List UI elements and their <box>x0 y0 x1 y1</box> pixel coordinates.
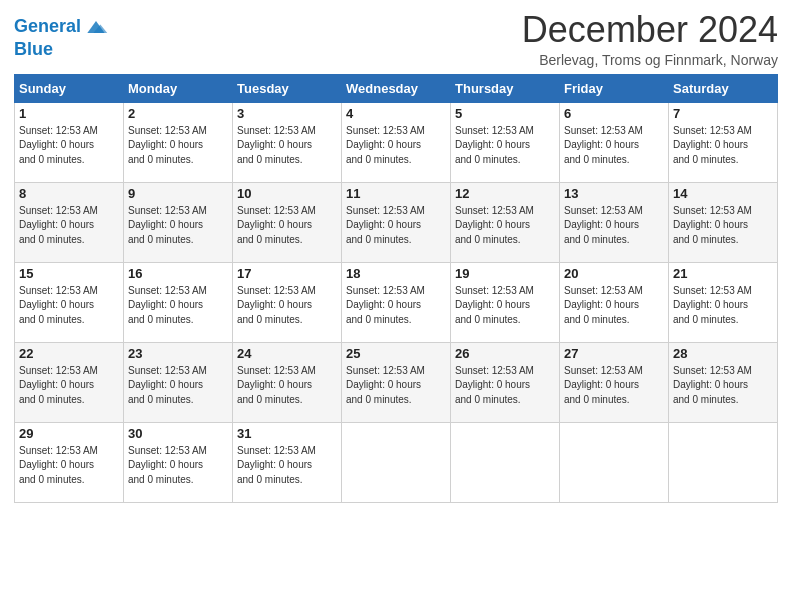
table-row: 4Sunset: 12:53 AMDaylight: 0 hoursand 0 … <box>342 102 451 182</box>
month-title: December 2024 <box>522 10 778 50</box>
day-number: 11 <box>346 186 446 201</box>
day-info: Sunset: 12:53 AMDaylight: 0 hoursand 0 m… <box>19 204 119 248</box>
day-number: 22 <box>19 346 119 361</box>
table-row: 5Sunset: 12:53 AMDaylight: 0 hoursand 0 … <box>451 102 560 182</box>
col-tuesday: Tuesday <box>233 74 342 102</box>
day-info: Sunset: 12:53 AMDaylight: 0 hoursand 0 m… <box>564 284 664 328</box>
day-number: 19 <box>455 266 555 281</box>
day-number: 4 <box>346 106 446 121</box>
col-wednesday: Wednesday <box>342 74 451 102</box>
day-number: 14 <box>673 186 773 201</box>
day-info: Sunset: 12:53 AMDaylight: 0 hoursand 0 m… <box>455 284 555 328</box>
day-number: 2 <box>128 106 228 121</box>
day-number: 6 <box>564 106 664 121</box>
table-row: 3Sunset: 12:53 AMDaylight: 0 hoursand 0 … <box>233 102 342 182</box>
day-info: Sunset: 12:53 AMDaylight: 0 hoursand 0 m… <box>346 124 446 168</box>
day-info: Sunset: 12:53 AMDaylight: 0 hoursand 0 m… <box>237 284 337 328</box>
day-number: 10 <box>237 186 337 201</box>
day-info: Sunset: 12:53 AMDaylight: 0 hoursand 0 m… <box>128 204 228 248</box>
table-row: 17Sunset: 12:53 AMDaylight: 0 hoursand 0… <box>233 262 342 342</box>
day-number: 20 <box>564 266 664 281</box>
day-number: 31 <box>237 426 337 441</box>
day-info: Sunset: 12:53 AMDaylight: 0 hoursand 0 m… <box>19 364 119 408</box>
day-number: 25 <box>346 346 446 361</box>
day-number: 21 <box>673 266 773 281</box>
table-row: 18Sunset: 12:53 AMDaylight: 0 hoursand 0… <box>342 262 451 342</box>
table-row: 30Sunset: 12:53 AMDaylight: 0 hoursand 0… <box>124 422 233 502</box>
day-info: Sunset: 12:53 AMDaylight: 0 hoursand 0 m… <box>455 124 555 168</box>
day-info: Sunset: 12:53 AMDaylight: 0 hoursand 0 m… <box>237 124 337 168</box>
day-info: Sunset: 12:53 AMDaylight: 0 hoursand 0 m… <box>237 364 337 408</box>
day-number: 5 <box>455 106 555 121</box>
day-info: Sunset: 12:53 AMDaylight: 0 hoursand 0 m… <box>673 124 773 168</box>
logo: General Blue <box>14 14 109 60</box>
day-number: 23 <box>128 346 228 361</box>
day-info: Sunset: 12:53 AMDaylight: 0 hoursand 0 m… <box>19 444 119 488</box>
day-info: Sunset: 12:53 AMDaylight: 0 hoursand 0 m… <box>455 204 555 248</box>
day-number: 27 <box>564 346 664 361</box>
table-row <box>451 422 560 502</box>
table-row: 22Sunset: 12:53 AMDaylight: 0 hoursand 0… <box>15 342 124 422</box>
day-info: Sunset: 12:53 AMDaylight: 0 hoursand 0 m… <box>564 364 664 408</box>
day-info: Sunset: 12:53 AMDaylight: 0 hoursand 0 m… <box>564 204 664 248</box>
logo-icon <box>83 14 109 40</box>
day-info: Sunset: 12:53 AMDaylight: 0 hoursand 0 m… <box>19 284 119 328</box>
day-number: 9 <box>128 186 228 201</box>
table-row: 8Sunset: 12:53 AMDaylight: 0 hoursand 0 … <box>15 182 124 262</box>
table-row <box>669 422 778 502</box>
table-row: 2Sunset: 12:53 AMDaylight: 0 hoursand 0 … <box>124 102 233 182</box>
table-row: 10Sunset: 12:53 AMDaylight: 0 hoursand 0… <box>233 182 342 262</box>
table-row: 9Sunset: 12:53 AMDaylight: 0 hoursand 0 … <box>124 182 233 262</box>
day-info: Sunset: 12:53 AMDaylight: 0 hoursand 0 m… <box>128 364 228 408</box>
table-row: 26Sunset: 12:53 AMDaylight: 0 hoursand 0… <box>451 342 560 422</box>
table-row: 24Sunset: 12:53 AMDaylight: 0 hoursand 0… <box>233 342 342 422</box>
day-number: 28 <box>673 346 773 361</box>
header: General Blue December 2024 Berlevag, Tro… <box>14 10 778 68</box>
table-row: 21Sunset: 12:53 AMDaylight: 0 hoursand 0… <box>669 262 778 342</box>
table-row: 27Sunset: 12:53 AMDaylight: 0 hoursand 0… <box>560 342 669 422</box>
day-number: 12 <box>455 186 555 201</box>
day-number: 24 <box>237 346 337 361</box>
day-number: 3 <box>237 106 337 121</box>
header-row: Sunday Monday Tuesday Wednesday Thursday… <box>15 74 778 102</box>
table-row: 13Sunset: 12:53 AMDaylight: 0 hoursand 0… <box>560 182 669 262</box>
day-number: 15 <box>19 266 119 281</box>
table-row: 19Sunset: 12:53 AMDaylight: 0 hoursand 0… <box>451 262 560 342</box>
logo-blue-text: Blue <box>14 40 109 60</box>
location: Berlevag, Troms og Finnmark, Norway <box>522 52 778 68</box>
day-number: 17 <box>237 266 337 281</box>
day-info: Sunset: 12:53 AMDaylight: 0 hoursand 0 m… <box>237 444 337 488</box>
table-row: 25Sunset: 12:53 AMDaylight: 0 hoursand 0… <box>342 342 451 422</box>
day-info: Sunset: 12:53 AMDaylight: 0 hoursand 0 m… <box>346 204 446 248</box>
title-area: December 2024 Berlevag, Troms og Finnmar… <box>522 10 778 68</box>
day-info: Sunset: 12:53 AMDaylight: 0 hoursand 0 m… <box>673 284 773 328</box>
table-row: 28Sunset: 12:53 AMDaylight: 0 hoursand 0… <box>669 342 778 422</box>
table-row: 12Sunset: 12:53 AMDaylight: 0 hoursand 0… <box>451 182 560 262</box>
col-monday: Monday <box>124 74 233 102</box>
day-info: Sunset: 12:53 AMDaylight: 0 hoursand 0 m… <box>128 444 228 488</box>
col-saturday: Saturday <box>669 74 778 102</box>
table-row: 11Sunset: 12:53 AMDaylight: 0 hoursand 0… <box>342 182 451 262</box>
table-row: 1Sunset: 12:53 AMDaylight: 0 hoursand 0 … <box>15 102 124 182</box>
day-info: Sunset: 12:53 AMDaylight: 0 hoursand 0 m… <box>237 204 337 248</box>
day-info: Sunset: 12:53 AMDaylight: 0 hoursand 0 m… <box>346 364 446 408</box>
table-row: 20Sunset: 12:53 AMDaylight: 0 hoursand 0… <box>560 262 669 342</box>
day-number: 29 <box>19 426 119 441</box>
table-row: 7Sunset: 12:53 AMDaylight: 0 hoursand 0 … <box>669 102 778 182</box>
day-number: 8 <box>19 186 119 201</box>
day-number: 18 <box>346 266 446 281</box>
day-info: Sunset: 12:53 AMDaylight: 0 hoursand 0 m… <box>346 284 446 328</box>
day-info: Sunset: 12:53 AMDaylight: 0 hoursand 0 m… <box>673 204 773 248</box>
day-number: 26 <box>455 346 555 361</box>
col-sunday: Sunday <box>15 74 124 102</box>
day-number: 30 <box>128 426 228 441</box>
day-info: Sunset: 12:53 AMDaylight: 0 hoursand 0 m… <box>128 124 228 168</box>
day-info: Sunset: 12:53 AMDaylight: 0 hoursand 0 m… <box>19 124 119 168</box>
table-row: 16Sunset: 12:53 AMDaylight: 0 hoursand 0… <box>124 262 233 342</box>
table-row: 23Sunset: 12:53 AMDaylight: 0 hoursand 0… <box>124 342 233 422</box>
day-info: Sunset: 12:53 AMDaylight: 0 hoursand 0 m… <box>673 364 773 408</box>
table-row: 15Sunset: 12:53 AMDaylight: 0 hoursand 0… <box>15 262 124 342</box>
table-row: 31Sunset: 12:53 AMDaylight: 0 hoursand 0… <box>233 422 342 502</box>
page: General Blue December 2024 Berlevag, Tro… <box>0 0 792 612</box>
day-number: 7 <box>673 106 773 121</box>
